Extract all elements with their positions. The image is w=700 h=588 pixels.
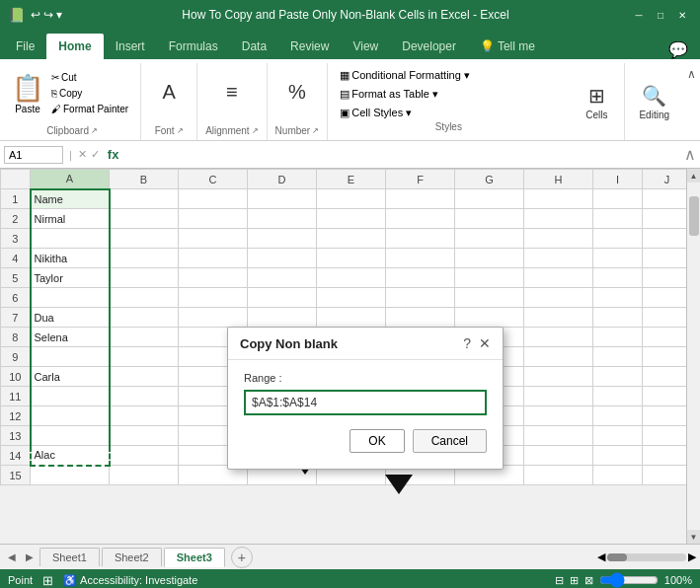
number-group: % Number ↗	[268, 63, 329, 140]
formula-input[interactable]	[126, 147, 680, 163]
view-page-icon[interactable]: ⊠	[584, 574, 593, 587]
ribbon: File Home Insert Formulas Data Review Vi…	[0, 30, 700, 141]
cancel-button[interactable]: Cancel	[413, 429, 487, 453]
cut-icon: ✂	[51, 72, 59, 83]
tab-tell-me[interactable]: 💡 Tell me	[468, 34, 547, 59]
cut-btn[interactable]: ✂Cut	[47, 70, 132, 85]
copy-icon: ⎘	[51, 88, 57, 99]
dialog-title-bar: Copy Non blank ? ✕	[228, 328, 503, 360]
font-btn[interactable]: A	[149, 79, 189, 108]
font-expand-icon[interactable]: ↗	[177, 126, 184, 135]
tab-formulas[interactable]: Formulas	[157, 34, 230, 59]
number-label: Number ↗	[275, 125, 320, 140]
sheet-tab-bar: ◀ ▶ Sheet1 Sheet2 Sheet3 + ◀ ▶	[0, 544, 700, 569]
minimize-btn[interactable]: ─	[629, 5, 649, 25]
sheet-scroll-right[interactable]: ▶	[688, 551, 696, 563]
dialog-close-btn[interactable]: ✕	[479, 335, 491, 351]
sheet-tab-sheet1[interactable]: Sheet1	[39, 548, 100, 566]
alignment-group: ≡ Alignment ↗	[197, 63, 267, 140]
alignment-btn[interactable]: ≡	[212, 79, 252, 108]
comment-icon[interactable]: 💬	[668, 40, 688, 59]
format-painter-icon: 🖌	[51, 104, 61, 114]
font-label: Font ↗	[155, 125, 184, 140]
tab-data[interactable]: Data	[230, 34, 278, 59]
status-cell-icon: ⊞	[42, 573, 53, 588]
main-area: A B C D E F G H I J 1Name2Nirmal34Nikith…	[0, 169, 700, 544]
status-bar: Point ⊞ ♿ Accessibility: Investigate ⊟ ⊞…	[0, 569, 700, 588]
alignment-icon: ≡	[226, 81, 238, 104]
title-bar: 📗 ↩ ↪ ▾ How To Copy and Paste Only Non-B…	[0, 0, 700, 30]
close-btn[interactable]: ✕	[672, 5, 692, 25]
range-label: Range :	[244, 372, 487, 384]
tab-view[interactable]: View	[341, 34, 390, 59]
quick-access: ↩ ↪ ▾	[31, 8, 62, 22]
dialog-copy-non-blank: Copy Non blank ? ✕ Range : OK Cancel	[227, 327, 504, 470]
number-icon: %	[288, 81, 306, 104]
formula-divider: |	[67, 149, 74, 161]
styles-label: Styles	[336, 121, 561, 136]
formula-bar: | ✕ ✓ fx ∧	[0, 141, 700, 169]
cell-reference-input[interactable]	[4, 146, 63, 164]
format-table-icon: ▤	[340, 88, 350, 101]
tab-review[interactable]: Review	[278, 34, 341, 59]
dialog-help-btn[interactable]: ?	[463, 335, 471, 351]
tab-home[interactable]: Home	[46, 34, 103, 59]
dialog-overlay: Copy Non blank ? ✕ Range : OK Cancel	[0, 169, 700, 544]
maximize-btn[interactable]: □	[651, 5, 670, 25]
dialog-buttons: OK Cancel	[244, 429, 487, 453]
sheet-tab-sheet3[interactable]: Sheet3	[164, 548, 225, 567]
tab-developer[interactable]: Developer	[390, 34, 468, 59]
formula-expand-icon[interactable]: ∧	[684, 145, 696, 164]
tab-file[interactable]: File	[4, 34, 46, 59]
cells-btn[interactable]: ⊞ Cells	[577, 82, 616, 122]
clipboard-expand-icon[interactable]: ↗	[91, 126, 98, 135]
conditional-formatting-icon: ▦	[340, 69, 350, 82]
cancel-formula-icon[interactable]: ✕	[78, 148, 87, 161]
sheet-scroll-thumb[interactable]	[607, 553, 627, 561]
ribbon-tab-bar: File Home Insert Formulas Data Review Vi…	[0, 30, 700, 59]
window-title: How To Copy and Paste Only Non-Blank Cel…	[62, 8, 629, 22]
accessibility-icon: ♿	[63, 574, 77, 587]
sheet-scroll-left[interactable]: ◀	[597, 551, 605, 563]
zoom-level: 100%	[664, 574, 692, 586]
excel-icon: 📗	[8, 7, 25, 23]
confirm-formula-icon[interactable]: ✓	[91, 148, 100, 161]
paste-label: Paste	[15, 104, 40, 114]
sheet-nav-left[interactable]: ◀	[4, 550, 20, 564]
paste-btn[interactable]: 📋 Paste	[12, 73, 43, 114]
grid-wrapper: A B C D E F G H I J 1Name2Nirmal34Nikith…	[0, 169, 700, 544]
ribbon-content: 📋 Paste ✂Cut ⎘Copy 🖌Format Painter Cl	[0, 59, 700, 140]
arrow-down-right	[385, 475, 413, 494]
fx-label: fx	[108, 147, 119, 162]
view-normal-icon[interactable]: ⊟	[555, 574, 564, 587]
range-input[interactable]	[244, 390, 487, 415]
font-group: A Font ↗	[141, 63, 197, 140]
number-btn[interactable]: %	[277, 79, 317, 108]
editing-icon: 🔍	[642, 84, 666, 108]
number-expand-icon[interactable]: ↗	[312, 126, 319, 135]
tab-insert[interactable]: Insert	[104, 34, 157, 59]
alignment-label: Alignment ↗	[205, 125, 258, 140]
dialog-body: Range : OK Cancel	[228, 360, 503, 469]
cells-icon: ⊞	[588, 84, 605, 108]
view-layout-icon[interactable]: ⊞	[570, 574, 579, 587]
copy-btn[interactable]: ⎘Copy	[47, 86, 132, 101]
accessibility-text[interactable]: ♿ Accessibility: Investigate	[63, 574, 197, 587]
conditional-formatting-btn[interactable]: ▦ Conditional Formatting ▾	[336, 67, 561, 84]
ribbon-collapse-btn[interactable]: ∧	[687, 67, 696, 81]
sheet-tab-sheet2[interactable]: Sheet2	[102, 548, 162, 566]
format-as-table-btn[interactable]: ▤ Format as Table ▾	[336, 86, 561, 103]
cell-styles-btn[interactable]: ▣ Cell Styles ▾	[336, 105, 561, 121]
window-controls[interactable]: ─ □ ✕	[629, 5, 692, 25]
cells-group: ⊞ Cells	[569, 63, 625, 140]
add-sheet-btn[interactable]: +	[231, 547, 253, 568]
clipboard-label: Clipboard ↗	[46, 125, 98, 140]
format-painter-btn[interactable]: 🖌Format Painter	[47, 102, 132, 116]
ok-button[interactable]: OK	[350, 429, 404, 453]
sheet-scroll: ◀ ▶	[597, 551, 696, 563]
zoom-slider[interactable]	[599, 572, 659, 588]
sheet-scroll-track[interactable]	[607, 553, 686, 561]
sheet-nav-right[interactable]: ▶	[22, 550, 38, 564]
editing-btn[interactable]: 🔍 Editing	[633, 82, 675, 122]
alignment-expand-icon[interactable]: ↗	[252, 126, 259, 135]
